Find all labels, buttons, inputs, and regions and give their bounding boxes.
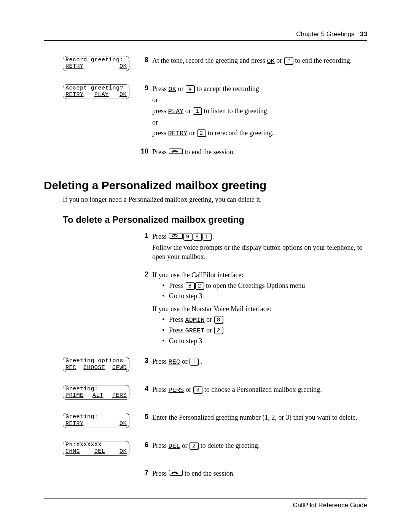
- svg-point-1: [174, 235, 175, 236]
- text: Press: [152, 470, 169, 477]
- text: Press: [152, 358, 169, 365]
- softkey-chng: CHNG: [65, 448, 80, 455]
- step-number: 6: [138, 441, 148, 449]
- bullet: Press 82 to open the Greetings Options m…: [162, 281, 367, 290]
- softkey-retry: RETRY: [65, 420, 84, 427]
- hangup-key-icon: [169, 470, 183, 475]
- step-text: At the tone, record the greeting and pre…: [152, 56, 367, 67]
- softkey-pers-inline: PERS: [169, 387, 184, 394]
- feature-key-icon: [169, 233, 183, 238]
- softkey-prime: PRIME: [65, 392, 84, 399]
- text: Press: [152, 85, 169, 93]
- key-1: 1: [193, 107, 202, 115]
- softkey-rec-inline: REC: [169, 358, 180, 366]
- softkey-pers: PERS: [112, 392, 127, 399]
- step-number: 8: [138, 56, 148, 64]
- text: to delete the greeting.: [199, 442, 260, 449]
- bullet: Go to step 3: [162, 336, 367, 345]
- subsection-heading-to-delete: To delete a Personalized mailbox greetin…: [63, 214, 367, 225]
- text: press: [152, 107, 168, 115]
- key-8: 8: [186, 282, 194, 289]
- text: Press: [152, 148, 169, 156]
- key-hash: #: [284, 57, 293, 64]
- hangup-key-icon: [169, 149, 183, 154]
- text: to rerecord the greeting.: [206, 129, 274, 137]
- lcd-line1: Greeting:: [65, 414, 127, 420]
- step-text: Press OK or # to accept the recording or…: [152, 84, 367, 140]
- step-text: Press PERS or 3 to choose a Personalized…: [152, 385, 367, 396]
- key-2: 2: [197, 129, 206, 137]
- text: to end the session.: [183, 148, 235, 156]
- text: to end the recording.: [293, 57, 352, 64]
- text: Press: [152, 386, 169, 393]
- page-header: Chapter 5 Greetings 33: [44, 30, 367, 41]
- softkey-ok: OK: [119, 63, 127, 70]
- text: Enter the Personalized greeting number (…: [152, 413, 367, 422]
- text: or: [275, 57, 284, 64]
- key-2: 2: [214, 327, 223, 334]
- text: or: [180, 442, 189, 449]
- step-text: Enter the Personalized greeting number (…: [152, 413, 367, 423]
- step-number: 7: [138, 469, 148, 477]
- text: or: [152, 118, 367, 127]
- page-footer: CallPilot Reference Guide: [44, 498, 367, 509]
- text: to choose a Personalized mailbox greetin…: [202, 386, 322, 393]
- softkey-del: DEL: [94, 448, 105, 455]
- text: or: [184, 386, 193, 393]
- text: press: [152, 129, 168, 137]
- text: or: [183, 107, 193, 115]
- softkey-ok: OK: [119, 420, 127, 427]
- softkey-play-inline: PLAY: [168, 108, 184, 115]
- text: or: [176, 85, 185, 93]
- step-7: 7 Press to end the session.: [63, 469, 367, 479]
- text: or: [205, 316, 214, 323]
- lcd-accept-greeting: Accept greeting? RETRY PLAY OK: [63, 84, 129, 99]
- text: Press: [169, 316, 185, 323]
- key-8: 8: [214, 316, 223, 323]
- step-4: Greeting: PRIME ALT PERS 4 Press PERS or…: [63, 385, 367, 406]
- lcd-greeting-retry: Greeting: RETRY X OK: [63, 413, 129, 428]
- lcd-line1: Ph:XXXXXXX: [65, 442, 127, 448]
- key-1: 1: [190, 358, 198, 365]
- softkey-greet-inline: GREET: [185, 327, 205, 334]
- footer-text: CallPilot Reference Guide: [293, 502, 367, 509]
- lcd-greeting-prime: Greeting: PRIME ALT PERS: [63, 385, 129, 400]
- step-text: If you use the CallPilot interface: Pres…: [152, 270, 367, 349]
- lcd-phone: Ph:XXXXXXX CHNG DEL OK: [63, 441, 129, 456]
- softkey-choose: CHOOSE: [83, 364, 105, 371]
- text: or: [180, 358, 189, 365]
- lcd-line1: Greeting:: [65, 386, 127, 392]
- step-6: Ph:XXXXXXX CHNG DEL OK 6 Press DEL or 2 …: [63, 441, 367, 462]
- document-page: Chapter 5 Greetings 33 Record greeting: …: [0, 0, 411, 532]
- key-9: 9: [183, 233, 192, 240]
- step-8: Record greeting: RETRY X OK 8 At the ton…: [63, 56, 367, 77]
- text: .: [199, 358, 202, 365]
- text: or: [205, 326, 214, 334]
- step-number: 10: [138, 147, 148, 155]
- text: or: [188, 129, 197, 137]
- step-number: 2: [138, 270, 148, 278]
- step-text: Press to end the session.: [152, 147, 367, 158]
- text: to accept the recording: [195, 85, 259, 93]
- bullet: Press ADMIN or 8: [162, 315, 367, 325]
- softkey-alt: ALT: [92, 392, 104, 399]
- section-heading-deleting: Deleting a Personalized mailbox greeting: [44, 179, 367, 192]
- step-1: 1 Press 981 . Follow the voice prompts o…: [63, 232, 367, 263]
- step-5: Greeting: RETRY X OK 5 Enter the Persona…: [63, 413, 367, 433]
- step-number: 9: [138, 84, 148, 92]
- step-number: 1: [138, 232, 148, 240]
- text: Press: [169, 282, 185, 289]
- softkey-cfwd: CFWD: [112, 364, 127, 371]
- chapter-label: Chapter 5 Greetings: [296, 30, 354, 38]
- step-number: 3: [138, 357, 148, 365]
- text: Press: [169, 326, 185, 334]
- softkey-play: PLAY: [94, 91, 109, 98]
- bullet: Go to step 3: [162, 291, 367, 300]
- lcd-greeting-options: Greeting options REC CHOOSE CFWD: [63, 357, 129, 372]
- softkey-ok-inline: OK: [267, 58, 274, 65]
- text: If you use the Norstar Voice Mail interf…: [152, 304, 367, 313]
- lcd-record-greeting: Record greeting: RETRY X OK: [63, 56, 129, 71]
- softkey-ok: OK: [119, 91, 127, 98]
- lcd-line1: Accept greeting?: [65, 85, 127, 91]
- text: At the tone, record the greeting and pre…: [152, 57, 267, 64]
